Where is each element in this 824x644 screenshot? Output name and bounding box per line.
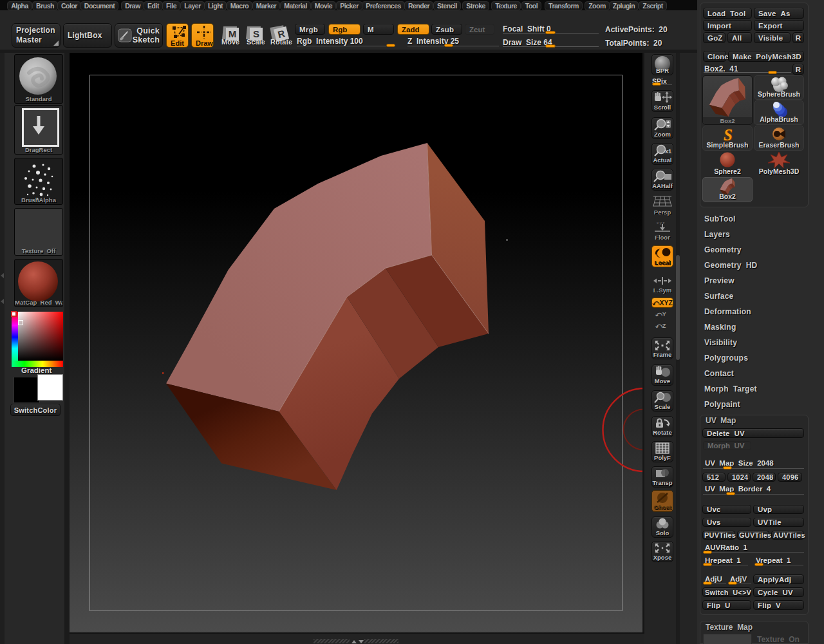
svg-text:x1: x1	[665, 148, 671, 155]
svg-text:x y z: x y z	[657, 221, 664, 225]
